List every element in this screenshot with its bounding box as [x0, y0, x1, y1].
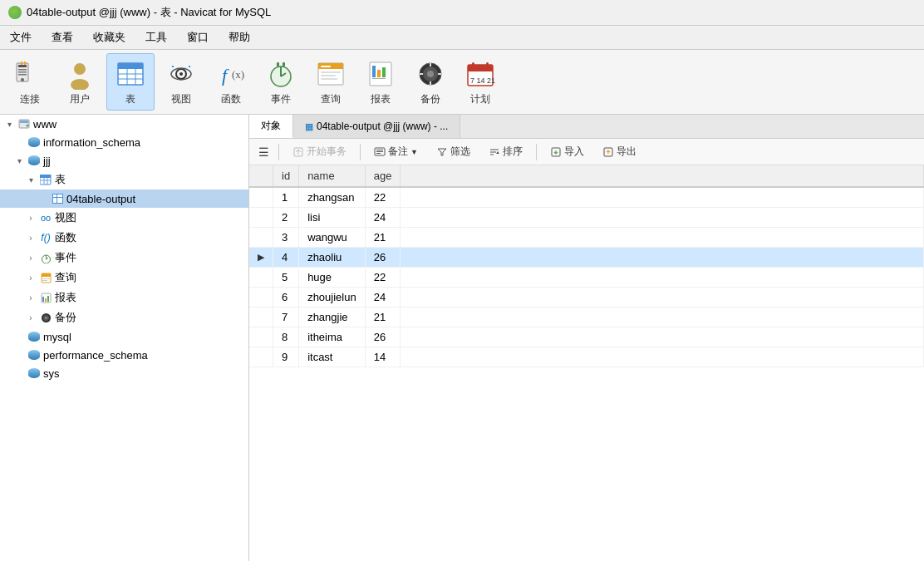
col-empty [401, 165, 924, 187]
table-row[interactable]: 5 huge 22 [249, 268, 924, 288]
menu-view[interactable]: 查看 [42, 27, 83, 47]
menu-window[interactable]: 窗口 [177, 27, 219, 47]
svg-rect-76 [376, 150, 383, 150]
cell-empty [401, 347, 924, 367]
action-bar: ☰ 开始事务 备注 ▼ [249, 139, 924, 165]
filter-btn[interactable]: 筛选 [430, 142, 477, 161]
svg-point-9 [71, 79, 89, 90]
query-icon-small [39, 271, 52, 284]
tab-objects[interactable]: 对象 [249, 115, 293, 138]
table-tab-icon: ▦ [305, 121, 313, 132]
table-row[interactable]: 9 itcast 14 [249, 347, 924, 367]
toolbar-func-label: 函数 [221, 92, 241, 106]
tree-item-sys[interactable]: sys [0, 364, 248, 382]
tree-item-queries[interactable]: › 查询 [0, 268, 248, 288]
db-icon-jjj [27, 154, 41, 167]
toolbar-connect[interactable]: 连接 [7, 54, 53, 110]
menu-bar: 文件 查看 收藏夹 工具 窗口 帮助 [0, 26, 924, 50]
tree-item-04table-output[interactable]: 04table-output [0, 189, 248, 208]
tree-item-events[interactable]: › 事件 [0, 248, 248, 268]
tree-item-information-schema[interactable]: information_schema [0, 133, 248, 151]
svg-rect-4 [18, 74, 27, 76]
tree-item-reports[interactable]: › 报表 [0, 288, 248, 308]
db-icon-info [27, 135, 41, 149]
import-icon [550, 146, 562, 158]
toolbar-view[interactable]: 视图 [158, 54, 204, 110]
tree-item-funcs[interactable]: › f() 函数 [0, 228, 248, 248]
svg-point-72 [45, 317, 47, 319]
svg-rect-68 [45, 298, 47, 302]
svg-rect-36 [377, 70, 381, 77]
comment-dropdown[interactable]: ▼ [410, 148, 418, 156]
view-icon [165, 57, 198, 91]
cell-age: 24 [365, 288, 401, 308]
toolbar-backup[interactable]: 备份 [407, 54, 454, 110]
svg-rect-11 [118, 63, 143, 69]
toolbar-event-label: 事件 [271, 92, 291, 106]
cell-id: 3 [273, 228, 299, 248]
row-indicator: ▶ [249, 248, 273, 268]
schedule-icon: 7 14 21 [464, 57, 497, 91]
comment-btn[interactable]: 备注 ▼ [367, 142, 425, 161]
export-btn[interactable]: 导出 [596, 142, 643, 161]
tree-item-backups[interactable]: › 备份 [0, 308, 248, 327]
window-title: 04table-output @jjj (www) - 表 - Navicat … [27, 5, 271, 20]
menu-favorites[interactable]: 收藏夹 [83, 27, 135, 47]
svg-point-5 [21, 78, 24, 81]
svg-text:f: f [222, 65, 229, 86]
toolbar-query[interactable]: 查询 [307, 54, 354, 110]
menu-help[interactable]: 帮助 [219, 27, 260, 47]
toolbar-schedule[interactable]: 7 14 21 计划 [457, 54, 504, 110]
tree-item-jjj[interactable]: ▾ jjj [0, 151, 248, 170]
tree-item-tables[interactable]: ▾ 表 [0, 170, 248, 189]
row-indicator [249, 288, 273, 308]
table-row[interactable]: 8 itheima 26 [249, 327, 924, 347]
table-row[interactable]: 2 lisi 24 [249, 208, 924, 228]
tree-item-performance[interactable]: performance_schema [0, 346, 248, 364]
svg-rect-33 [321, 78, 337, 80]
tree-arrow-funcs: › [25, 234, 37, 243]
toolbar-user[interactable]: 用户 [57, 54, 103, 110]
tree-arrow-backups: › [25, 313, 37, 322]
cell-empty [401, 268, 924, 288]
tree-label-events: 事件 [55, 250, 76, 265]
sort-btn[interactable]: 排序 [482, 142, 529, 161]
tree-label-mysql: mysql [43, 331, 71, 343]
tab-bar: 对象 ▦ 04table-output @jjj (www) - ... [249, 115, 924, 139]
tree-arrow-jjj: ▾ [13, 156, 25, 165]
tree-item-www[interactable]: ▾ www [0, 115, 248, 133]
comment-icon [374, 146, 386, 158]
tab-table-data[interactable]: ▦ 04table-output @jjj (www) - ... [293, 115, 460, 138]
table-row[interactable]: 6 zhoujielun 24 [249, 288, 924, 308]
col-age[interactable]: age [365, 165, 401, 187]
toolbar-report[interactable]: 报表 [357, 54, 404, 110]
cell-id: 9 [273, 347, 299, 367]
col-id[interactable]: id [273, 165, 299, 187]
svg-rect-37 [382, 67, 386, 77]
table-row[interactable]: 1 zhangsan 22 [249, 187, 924, 208]
begin-transaction-btn[interactable]: 开始事务 [286, 142, 353, 161]
table-row[interactable]: ▶ 4 zhaoliu 26 [249, 248, 924, 268]
menu-tools[interactable]: 工具 [135, 27, 177, 47]
tree-item-mysql[interactable]: mysql [0, 327, 248, 346]
hamburger-icon[interactable]: ☰ [256, 143, 272, 161]
table-icon-small [51, 192, 64, 205]
table-group-icon [39, 173, 52, 186]
transaction-icon [292, 146, 304, 158]
table-container: id name age 1 zhangsan 22 2 lisi 24 3 wa… [249, 165, 924, 561]
table-row[interactable]: 7 zhangjie 21 [249, 308, 924, 327]
table-icon [114, 57, 147, 91]
svg-rect-7 [24, 62, 26, 65]
toolbar-func[interactable]: f (x) 函数 [208, 54, 254, 110]
tree-arrow-www: ▾ [3, 120, 15, 129]
toolbar-event[interactable]: 事件 [258, 54, 304, 110]
tree-item-views[interactable]: › oo 视图 [0, 208, 248, 228]
table-row[interactable]: 3 wangwu 21 [249, 228, 924, 248]
col-name[interactable]: name [299, 165, 366, 187]
row-indicator [249, 268, 273, 288]
query-icon [314, 57, 347, 91]
menu-file[interactable]: 文件 [0, 27, 42, 47]
row-indicator [249, 327, 273, 347]
import-btn[interactable]: 导入 [543, 142, 591, 161]
toolbar-table[interactable]: 表 [106, 53, 155, 111]
